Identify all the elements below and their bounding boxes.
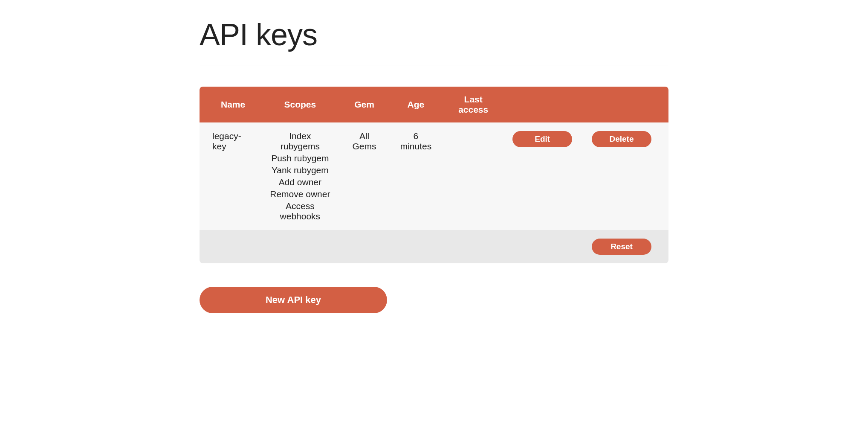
cell-scopes: Index rubygems Push rubygem Yank rubygem… — [260, 122, 339, 230]
scope-item: Access webhooks — [269, 201, 331, 221]
divider — [200, 65, 668, 65]
page-container: API keys Name Scopes Gem Age Last access… — [157, 17, 711, 313]
table-row: legacy-key Index rubygems Push rubygem Y… — [200, 122, 668, 230]
col-header-gem: Gem — [339, 87, 389, 122]
cell-name: legacy-key — [200, 122, 260, 230]
cell-last-access — [443, 122, 504, 230]
cell-gem: All Gems — [339, 122, 389, 230]
scopes-list: Index rubygems Push rubygem Yank rubygem… — [269, 131, 331, 221]
table-header-row: Name Scopes Gem Age Last access — [200, 87, 668, 122]
col-header-scopes: Scopes — [260, 87, 339, 122]
delete-button[interactable]: Delete — [592, 131, 651, 147]
scope-item: Remove owner — [270, 189, 330, 199]
edit-button[interactable]: Edit — [512, 131, 572, 147]
api-keys-table: Name Scopes Gem Age Last access legacy-k… — [200, 87, 668, 263]
footer-cell: Reset — [200, 230, 668, 263]
scope-item: Push rubygem — [271, 153, 329, 163]
table-footer-row: Reset — [200, 230, 668, 263]
scope-item: Add owner — [279, 177, 321, 187]
page-title: API keys — [200, 17, 668, 52]
new-api-key-button[interactable]: New API key — [200, 287, 387, 313]
scope-item: Yank rubygem — [272, 165, 329, 175]
cell-actions: Edit Delete — [504, 122, 668, 230]
cell-age: 6 minutes — [389, 122, 443, 230]
col-header-last-access: Last access — [443, 87, 504, 122]
col-header-actions — [504, 87, 668, 122]
col-header-name: Name — [200, 87, 260, 122]
scope-item: Index rubygems — [269, 131, 331, 151]
col-header-age: Age — [389, 87, 443, 122]
reset-button[interactable]: Reset — [592, 239, 651, 255]
